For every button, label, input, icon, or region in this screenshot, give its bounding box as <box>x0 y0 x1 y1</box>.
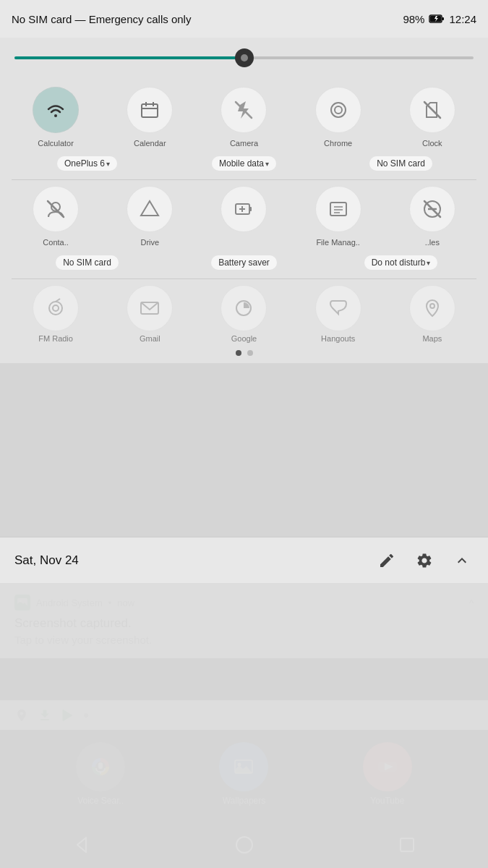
chevron-up-icon <box>453 552 471 569</box>
calendar-icon <box>138 98 161 122</box>
flash-off-icon <box>232 98 255 122</box>
divider-2 <box>12 278 476 279</box>
toggle-gmail[interactable]: Gmail <box>110 285 189 343</box>
page-indicator <box>0 346 488 360</box>
toggle-battery-saver[interactable] <box>204 186 283 235</box>
status-time: 12:24 <box>449 13 476 25</box>
brightness-row[interactable] <box>0 38 488 78</box>
mobile-data-text: Mobile data <box>219 158 264 169</box>
label-file-manag: File Manag.. <box>316 238 360 247</box>
label-drive: Drive <box>140 238 159 247</box>
dnd-arrow: ▾ <box>427 259 430 267</box>
svg-point-30 <box>430 304 435 308</box>
brightness-thumb <box>235 48 254 67</box>
sublabel-chrome: Chrome <box>299 139 378 148</box>
toggle-drive[interactable] <box>110 186 189 235</box>
settings-button[interactable] <box>413 549 436 572</box>
collapse-button[interactable] <box>450 549 474 572</box>
toggle-circle-calendar <box>127 87 173 133</box>
label-hangouts: Hangouts <box>321 334 355 343</box>
svg-rect-15 <box>249 207 252 211</box>
quick-toggles: Calculator Calendar Camera Chrome Clock … <box>0 78 488 363</box>
divider-1 <box>12 179 476 180</box>
toggle-contacts[interactable] <box>16 186 95 235</box>
dropdown-row-2: No SIM card Battery saver Do not disturb… <box>0 254 488 276</box>
gmail-icon <box>138 297 161 320</box>
drive-icon <box>138 197 161 221</box>
toggle-row-3: FM Radio Gmail Google <box>0 282 488 346</box>
svg-point-26 <box>53 305 59 311</box>
battery-saver-label-item: Battery saver <box>205 254 284 270</box>
oneplus-label[interactable]: OnePlus 6 ▾ <box>57 156 117 171</box>
toggle-calendar[interactable] <box>110 87 189 136</box>
file-manager-icon <box>327 197 350 221</box>
toggle-chrome[interactable] <box>299 87 378 136</box>
notification-panel: Calculator Calendar Camera Chrome Clock … <box>0 0 488 868</box>
mobile-data-label[interactable]: Mobile data ▾ <box>212 156 276 171</box>
panel-bottom-bar: Sat, Nov 24 <box>0 537 488 583</box>
maps-icon <box>421 297 444 320</box>
toggle-circle-contacts <box>33 186 79 232</box>
toggle-hangouts[interactable]: Hangouts <box>299 285 378 343</box>
brightness-thumb-inner <box>241 54 248 61</box>
svg-point-25 <box>49 302 62 315</box>
battery-percent: 98% <box>403 13 424 25</box>
toggle-row-1 <box>0 84 488 139</box>
fm-radio-icon <box>44 297 67 320</box>
sublabel-drive: Drive <box>110 238 189 247</box>
sublabel-camera: Camera <box>204 139 283 148</box>
battery-icon <box>429 14 445 24</box>
no-sim-text: No SIM card <box>377 158 425 169</box>
dropdown-mobile-data[interactable]: Mobile data ▾ <box>205 155 284 171</box>
battery-saver-icon <box>232 197 255 221</box>
label-fm-radio: FM Radio <box>38 334 73 343</box>
brightness-fill <box>14 56 244 59</box>
toggle-nosim-1[interactable] <box>393 87 472 136</box>
dnd-label-item[interactable]: Do not disturb ▾ <box>361 254 441 270</box>
toggle-circle-google <box>221 285 267 331</box>
toggle-camera[interactable] <box>204 87 283 136</box>
battery-saver-label: Battery saver <box>211 255 277 270</box>
dropdown-row-1: OnePlus 6 ▾ Mobile data ▾ No SIM card <box>0 155 488 176</box>
toggle-dnd[interactable] <box>393 186 472 235</box>
dnd-label[interactable]: Do not disturb ▾ <box>364 255 438 270</box>
label-dnd-les: ..les <box>425 238 440 247</box>
toggle-circle-gmail <box>127 285 173 331</box>
svg-rect-18 <box>330 203 346 216</box>
no-sim-label-item-2: No SIM card <box>48 254 127 270</box>
toggle-maps[interactable]: Maps <box>393 285 472 343</box>
chrome-icon <box>327 98 350 122</box>
label-maps: Maps <box>422 334 442 343</box>
svg-point-8 <box>331 103 346 117</box>
dropdown-oneplus[interactable]: OnePlus 6 ▾ <box>48 155 127 171</box>
toggle-circle-hangouts <box>315 285 361 331</box>
oneplus-text: OnePlus 6 <box>64 158 105 169</box>
sublabel-calculator: Calculator <box>16 139 95 148</box>
no-sim-label: No SIM card <box>369 156 432 171</box>
no-sim-text-2: No SIM card <box>63 258 111 268</box>
label-google: Google <box>231 334 257 343</box>
toggle-wifi[interactable] <box>16 87 95 136</box>
toggle-fm-radio[interactable]: FM Radio <box>16 285 95 343</box>
svg-point-9 <box>335 106 342 114</box>
page-dot-2 <box>247 350 253 356</box>
do-not-disturb-icon <box>421 197 444 221</box>
sublabel-calendar: Calendar <box>110 139 189 148</box>
toggle-google[interactable]: Google <box>204 285 283 343</box>
label-conta: Conta.. <box>43 238 68 247</box>
edit-button[interactable] <box>375 549 398 572</box>
sublabel-file-manag: File Manag.. <box>299 238 378 247</box>
svg-line-27 <box>56 299 60 302</box>
svg-rect-1 <box>442 17 444 20</box>
brightness-slider[interactable] <box>14 56 474 59</box>
toggle-circle-battery <box>221 186 267 232</box>
toggle-file-manager[interactable] <box>299 186 378 235</box>
svg-line-12 <box>48 201 64 217</box>
svg-marker-13 <box>141 201 158 216</box>
status-right: 98% 12:24 <box>403 13 476 25</box>
sim-card-off-icon <box>421 98 444 122</box>
status-bar: No SIM card — Emergency calls only 98% 1… <box>0 0 488 38</box>
panel-date: Sat, Nov 24 <box>14 553 79 568</box>
panel-action-icons <box>375 549 474 572</box>
svg-rect-3 <box>142 104 158 117</box>
